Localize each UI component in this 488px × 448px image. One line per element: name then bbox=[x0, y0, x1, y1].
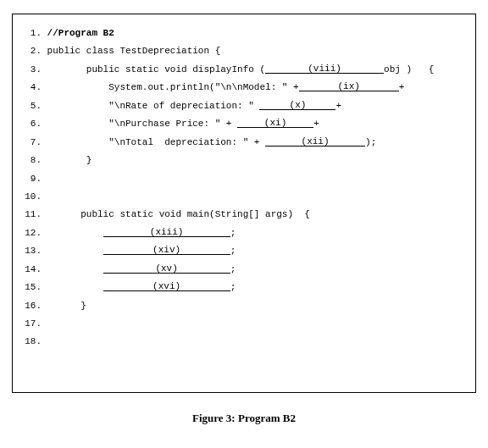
line-number: 12. bbox=[21, 224, 42, 242]
code-line: 12. (xiii); bbox=[21, 224, 467, 242]
blank-xiv: (xiv) bbox=[103, 246, 230, 255]
code-text: "\nRate of depreciation: " bbox=[108, 101, 259, 111]
blank-ix: (ix) bbox=[299, 82, 399, 91]
blank-viii: (viii) bbox=[265, 64, 384, 74]
line-number: 10. bbox=[21, 188, 42, 206]
code-text: ; bbox=[230, 228, 236, 238]
code-text: } bbox=[86, 155, 92, 165]
line-number: 13. bbox=[21, 242, 42, 260]
code-line: 8. } bbox=[21, 152, 467, 169]
code-line: 13. (xiv); bbox=[21, 242, 467, 260]
line-number: 18. bbox=[21, 333, 42, 351]
code-line: 11. public static void main(String[] arg… bbox=[21, 206, 467, 224]
code-text: ; bbox=[230, 282, 236, 292]
code-text: public class TestDepreciation { bbox=[47, 46, 221, 56]
code-text: System.out.println("\n\nModel: " + bbox=[108, 82, 298, 92]
line-number: 6. bbox=[21, 115, 42, 133]
line-number: 3. bbox=[21, 61, 42, 79]
line-number: 1. bbox=[21, 25, 42, 42]
code-line: 16. } bbox=[21, 297, 467, 315]
blank-x: (x) bbox=[259, 101, 336, 110]
code-text: public static void displayInfo ( bbox=[86, 64, 265, 75]
line-number: 8. bbox=[21, 152, 42, 169]
line-number: 16. bbox=[21, 297, 42, 315]
code-text: "\nTotal depreciation: " + bbox=[108, 137, 265, 147]
blank-xiii: (xiii) bbox=[103, 228, 230, 237]
code-text: } bbox=[80, 301, 86, 311]
code-text: obj ) { bbox=[384, 64, 434, 75]
code-line: 14. (xv); bbox=[21, 261, 467, 279]
line-number: 9. bbox=[21, 170, 42, 188]
blank-xii: (xii) bbox=[265, 137, 365, 147]
line-number: 17. bbox=[21, 315, 42, 333]
code-line: 9. bbox=[21, 170, 467, 188]
code-text: + bbox=[336, 101, 341, 111]
line-number: 15. bbox=[21, 279, 42, 296]
code-listing: 1. //Program B2 2. public class TestDepr… bbox=[12, 14, 476, 393]
code-line: 10. bbox=[21, 188, 467, 206]
line-number: 7. bbox=[21, 134, 42, 152]
code-text: ; bbox=[230, 264, 236, 274]
code-line: 5. "\nRate of depreciation: " (x)+ bbox=[21, 97, 467, 115]
code-text: public static void main(String[] args) { bbox=[80, 209, 310, 219]
code-line: 18. bbox=[21, 333, 467, 351]
line-number: 14. bbox=[21, 261, 42, 279]
code-text: + bbox=[399, 82, 405, 92]
blank-xvi: (xvi) bbox=[103, 282, 230, 291]
line-number: 11. bbox=[21, 206, 42, 224]
code-line: 17. bbox=[21, 315, 467, 333]
code-line: 6. "\nPurchase Price: " + (xi)+ bbox=[21, 115, 467, 133]
code-text: ); bbox=[365, 137, 376, 147]
line-number: 5. bbox=[21, 97, 42, 115]
code-text: + bbox=[313, 119, 319, 129]
line-number: 4. bbox=[21, 79, 42, 97]
code-line: 4. System.out.println("\n\nModel: " +(ix… bbox=[21, 79, 467, 97]
code-line: 15. (xvi); bbox=[21, 279, 467, 296]
code-text: ; bbox=[230, 246, 236, 256]
code-line: 1. //Program B2 bbox=[21, 25, 467, 42]
figure-caption: Figure 3: Program B2 bbox=[12, 412, 476, 425]
blank-xv: (xv) bbox=[103, 264, 230, 274]
comment: //Program B2 bbox=[47, 28, 114, 38]
code-line: 7. "\nTotal depreciation: " + (xii)); bbox=[21, 134, 467, 152]
blank-xi: (xi) bbox=[237, 119, 313, 128]
code-text: "\nPurchase Price: " + bbox=[108, 119, 237, 129]
code-line: 2. public class TestDepreciation { bbox=[21, 42, 467, 60]
code-line: 3. public static void displayInfo ((viii… bbox=[21, 61, 467, 79]
line-number: 2. bbox=[21, 42, 42, 60]
